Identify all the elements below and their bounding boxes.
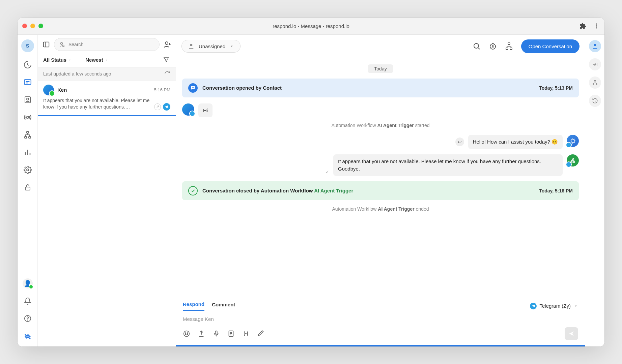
svg-point-0 (596, 24, 597, 25)
conversation-item[interactable]: Ken 5:16 PM It appears that you are not … (38, 81, 176, 116)
delivered-check-icon: ✓ (326, 170, 329, 175)
person-icon (188, 43, 195, 50)
event-closed-time: Today, 5:16 PM (539, 188, 573, 193)
svg-point-36 (594, 44, 596, 46)
svg-rect-30 (573, 161, 575, 163)
date-separator: Today (368, 64, 393, 73)
svg-rect-7 (27, 131, 29, 133)
svg-point-17 (165, 42, 168, 44)
conversation-list-panel: All Status Newest Last updated a few sec… (38, 35, 176, 346)
contact-details-avatar[interactable] (589, 40, 601, 52)
search-icon (59, 41, 65, 48)
variable-icon[interactable] (242, 330, 250, 337)
channel-selector[interactable]: Telegram (Zy) (530, 303, 578, 309)
nav-messages[interactable] (23, 77, 33, 87)
nav-notifications[interactable] (23, 296, 33, 306)
message-outgoing: ↩ Hello! How can I assist you today? 😊 (182, 135, 579, 149)
reply-icon: ↩ (455, 138, 464, 146)
assignee-dropdown[interactable]: Unassigned (181, 40, 241, 53)
workflow-ended-note: Automation Workflow AI Agent Trigger end… (182, 206, 579, 212)
svg-point-18 (190, 44, 193, 46)
workflow-icon[interactable] (505, 42, 513, 50)
svg-rect-28 (572, 158, 574, 159)
search-conversation-icon[interactable] (473, 42, 481, 50)
window-title: respond.io - Message - respond.io (273, 23, 349, 29)
telegram-icon (530, 303, 537, 309)
nav-help[interactable] (23, 313, 33, 324)
contact-avatar (182, 103, 194, 116)
snooze-icon[interactable] (489, 42, 497, 50)
tab-comment[interactable]: Comment (212, 302, 235, 310)
search-field[interactable] (68, 42, 154, 47)
brand-logo-icon[interactable] (23, 331, 33, 341)
svg-point-37 (594, 80, 595, 81)
message-bubble: It appears that you are not available. P… (333, 154, 563, 176)
search-input[interactable] (54, 38, 160, 51)
more-menu-icon[interactable] (593, 23, 600, 29)
svg-point-24 (192, 87, 193, 88)
status-filter-label: All Status (43, 57, 66, 63)
nav-security[interactable] (23, 182, 33, 192)
window-close-button[interactable] (22, 24, 27, 28)
outbound-arrow-icon: ↗ (154, 103, 161, 110)
event-opened-text: Conversation opened by Contact (202, 85, 282, 91)
svg-point-5 (27, 98, 29, 100)
status-filter-dropdown[interactable]: All Status (43, 57, 72, 63)
chevron-down-icon (573, 304, 578, 308)
sort-dropdown[interactable]: Newest (85, 57, 109, 63)
svg-point-13 (27, 320, 28, 320)
contact-name: Ken (57, 87, 67, 93)
right-rail (585, 35, 604, 346)
nav-settings[interactable] (23, 165, 33, 175)
last-updated-bar: Last updated a few seconds ago (38, 67, 176, 81)
svg-point-6 (27, 116, 29, 118)
svg-rect-23 (510, 48, 512, 50)
ai-agent-avatar (567, 135, 579, 147)
titlebar: respond.io - Message - respond.io (18, 18, 604, 35)
nav-contacts[interactable] (23, 95, 33, 105)
snippet-icon[interactable] (227, 330, 235, 337)
event-conversation-opened: Conversation opened by Contact Today, 5:… (182, 79, 579, 97)
conversation-preview: It appears that you are not available. P… (43, 97, 151, 111)
filter-icon[interactable] (163, 56, 170, 64)
window-minimize-button[interactable] (30, 24, 35, 28)
attachment-icon[interactable] (198, 330, 205, 337)
last-updated-text: Last updated a few seconds ago (43, 71, 111, 77)
composer-underline (176, 345, 585, 346)
chevron-down-icon (229, 44, 234, 49)
send-button[interactable] (565, 327, 578, 340)
svg-rect-14 (44, 42, 49, 47)
window-maximize-button[interactable] (38, 24, 43, 28)
svg-rect-29 (571, 161, 572, 163)
history-icon[interactable] (589, 95, 601, 107)
channel-label: Telegram (Zy) (539, 303, 571, 309)
add-contact-icon[interactable] (163, 40, 172, 49)
nav-broadcast[interactable] (23, 112, 33, 122)
nav-reports[interactable] (23, 147, 33, 157)
microphone-icon[interactable] (213, 330, 220, 337)
sort-label: Newest (85, 57, 103, 63)
message-input[interactable] (183, 314, 578, 324)
conversation-main: Unassigned Open Conversation Today Conve… (176, 35, 585, 346)
event-closed-text: Conversation closed by Automation Workfl… (202, 188, 353, 193)
panel-collapse-icon[interactable] (42, 40, 51, 49)
nav-dashboard[interactable] (23, 60, 33, 70)
merge-icon[interactable] (589, 58, 601, 70)
check-circle-icon (188, 186, 198, 195)
emoji-icon[interactable] (183, 330, 190, 337)
workflow-rail-icon[interactable] (589, 77, 601, 89)
extensions-icon[interactable] (579, 23, 586, 29)
workspace-avatar[interactable]: S (21, 39, 34, 52)
ai-assist-icon[interactable] (257, 330, 264, 337)
refresh-icon[interactable] (164, 71, 170, 77)
svg-point-25 (193, 87, 193, 88)
svg-point-10 (27, 169, 29, 171)
workflow-started-note: Automation Workflow AI Agent Trigger sta… (182, 123, 579, 128)
tab-respond[interactable]: Respond (183, 301, 204, 311)
workflow-avatar (567, 154, 579, 166)
message-outgoing: ✓ It appears that you are not available.… (182, 154, 579, 176)
svg-rect-3 (24, 80, 31, 84)
nav-workflows[interactable] (23, 130, 33, 140)
open-conversation-button[interactable]: Open Conversation (521, 39, 579, 53)
user-avatar[interactable]: 👤 (23, 278, 33, 289)
